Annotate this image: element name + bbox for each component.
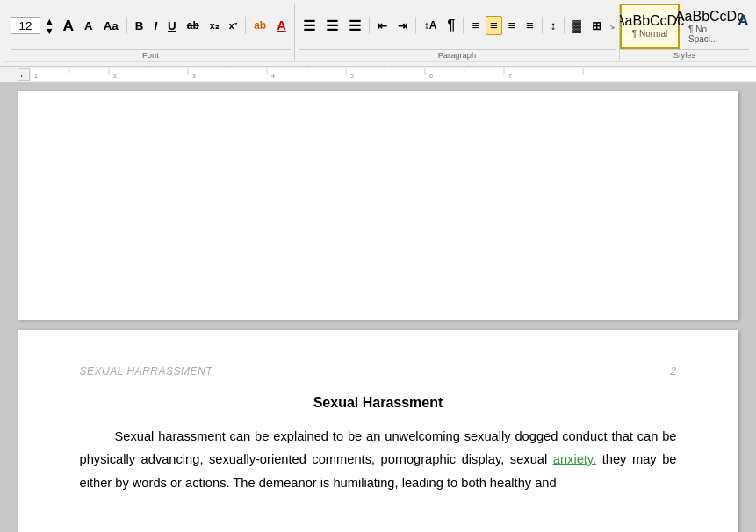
style-nospace[interactable]: AaBbCcDc ¶ No Spaci... — [680, 4, 739, 49]
show-para-btn[interactable]: ¶ — [443, 16, 459, 35]
font-size-up-btn[interactable]: ▲ — [42, 17, 57, 25]
svg-text:7: 7 — [508, 73, 512, 79]
svg-text:4: 4 — [271, 73, 275, 79]
document-title: Sexual Harassment — [80, 395, 677, 411]
toolbar: ▲ ▼ A A Aa B I U ab x₂ x² ab A Font — [0, 0, 756, 67]
style-heading1[interactable]: AaBbC... Heading 1 — [739, 4, 749, 49]
align-center-btn[interactable]: ≡ — [486, 16, 502, 35]
styles-group: AaBbCcDc ¶ Normal AaBbCcDc ¶ No Spaci...… — [620, 4, 749, 60]
bullets-btn[interactable]: ☰ — [299, 16, 320, 35]
style-nospace-preview: AaBbCcDc — [675, 10, 744, 24]
clear-format-btn[interactable]: Aa — [99, 16, 123, 35]
italic-btn[interactable]: I — [149, 16, 162, 35]
sort-btn[interactable]: ↕A — [420, 16, 442, 35]
decrease-indent-btn[interactable]: ⇤ — [373, 16, 392, 35]
increase-indent-btn[interactable]: ⇥ — [393, 16, 412, 35]
grow-font-btn[interactable]: A — [59, 16, 79, 35]
paragraph-group: ☰ ☰ ☰ ⇤ ⇥ ↕A ¶ ≡ ≡ ≡ ≡ ↕ ▓ ⊞ ↘ — [295, 4, 620, 60]
svg-text:2: 2 — [113, 73, 117, 79]
svg-text:1: 1 — [34, 73, 38, 79]
font-color-btn[interactable]: A — [272, 16, 291, 35]
align-left-btn[interactable]: ≡ — [467, 16, 484, 35]
style-nospace-label: ¶ No Spaci... — [688, 25, 731, 44]
ruler-inner: 1 2 3 4 5 6 7 — [30, 68, 756, 81]
style-normal-label: ¶ Normal — [632, 29, 667, 39]
strikethrough-btn[interactable]: ab — [183, 16, 204, 35]
page-number: 2 — [670, 365, 676, 377]
shading-btn[interactable]: ▓ — [568, 16, 586, 35]
document-title-text: Sexual Harassment — [313, 395, 443, 410]
svg-text:6: 6 — [429, 73, 433, 79]
anxiety-link[interactable]: anxiety, — [553, 452, 596, 466]
styles-group-label: Styles — [620, 49, 749, 60]
borders-btn[interactable]: ⊞ — [587, 16, 606, 35]
align-right-btn[interactable]: ≡ — [504, 16, 521, 35]
superscript-btn[interactable]: x² — [225, 16, 241, 35]
justify-btn[interactable]: ≡ — [522, 16, 538, 35]
svg-text:5: 5 — [350, 73, 354, 79]
font-size-down-btn[interactable]: ▼ — [42, 26, 57, 35]
line-spacing-btn[interactable]: ↕ — [546, 16, 561, 35]
paragraph-group-label: Paragraph — [299, 49, 616, 60]
paragraph-expand-icon: ↘ — [608, 21, 616, 31]
underline-btn[interactable]: U — [163, 16, 181, 35]
page-header-left: SEXUAL HARRASSMENT — [80, 365, 212, 377]
font-group: ▲ ▼ A A Aa B I U ab x₂ x² ab A Font — [7, 4, 295, 60]
page-1 — [18, 91, 738, 320]
ruler: ⌐ 1 2 3 4 5 6 7 — [0, 67, 756, 83]
highlight-btn[interactable]: ab — [249, 16, 270, 35]
page-header: SEXUAL HARRASSMENT 2 — [80, 365, 677, 377]
page-2: SEXUAL HARRASSMENT 2 Sexual Harassment S… — [18, 330, 738, 532]
doc-paragraph-1: Sexual harassment can be explained to be… — [80, 425, 677, 494]
shrink-font-btn[interactable]: A — [80, 16, 97, 35]
svg-text:3: 3 — [192, 73, 196, 79]
bold-btn[interactable]: B — [131, 16, 148, 35]
multilevel-btn[interactable]: ☰ — [344, 16, 365, 35]
style-h1-preview: AaBbC... — [738, 13, 749, 28]
ruler-corner[interactable]: ⌐ — [18, 68, 30, 81]
font-group-label: Font — [11, 49, 291, 60]
font-size-input[interactable] — [11, 17, 40, 34]
style-normal[interactable]: AaBbCcDc ¶ Normal — [620, 4, 680, 49]
numbering-btn[interactable]: ☰ — [321, 16, 342, 35]
subscript-btn[interactable]: x₂ — [205, 16, 223, 35]
document-area[interactable]: SEXUAL HARRASSMENT 2 Sexual Harassment S… — [0, 83, 756, 532]
